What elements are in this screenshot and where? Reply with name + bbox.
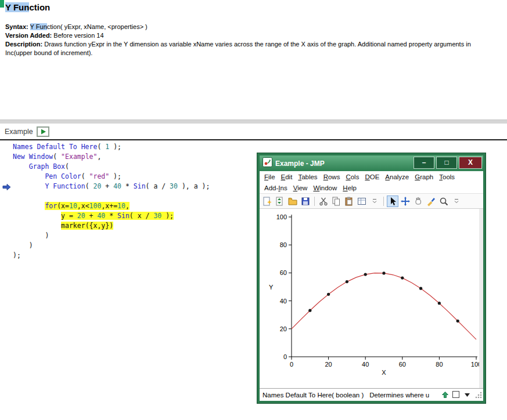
version-line: Version Added: Before version 14: [5, 31, 471, 40]
example-divider: [0, 139, 507, 140]
code-line: );: [0, 251, 256, 260]
corner-marker: [0, 0, 4, 8]
code-editor[interactable]: Names Default To Here( 1 );New Window( "…: [0, 142, 256, 260]
hand-tool-icon[interactable]: [412, 195, 424, 207]
collapse-icon[interactable]: [440, 390, 450, 400]
menu-help[interactable]: Help: [340, 184, 359, 191]
svg-text:0: 0: [283, 353, 287, 360]
run-script-button[interactable]: [37, 126, 49, 137]
checkbox-icon[interactable]: [451, 390, 461, 400]
syntax-line: Syntax: Y Function( yExpr, xName, <prope…: [5, 23, 471, 31]
svg-text:80: 80: [436, 361, 443, 368]
code-line: Names Default To Here( 1 );: [0, 142, 256, 152]
menu-tables[interactable]: Tables: [295, 173, 320, 180]
svg-text:Y: Y: [269, 284, 274, 291]
status-bar: Names Default To Here( boolean ) Determi…: [260, 388, 483, 401]
menu-edit[interactable]: Edit: [278, 173, 296, 180]
svg-text:20: 20: [280, 325, 287, 332]
graph-canvas[interactable]: 020406080100020406080100YX: [260, 209, 483, 388]
table-icon[interactable]: [356, 195, 368, 207]
resize-grip-icon: [473, 390, 483, 400]
code-line: for(x=10,x<100,x+=10,: [0, 201, 256, 211]
menu-doe[interactable]: DOE: [362, 173, 382, 180]
menu-tools[interactable]: Tools: [436, 173, 458, 180]
code-line: Y Function( 20 + 40 * Sin( a / 30 ), a )…: [0, 182, 256, 191]
toolbar: [260, 193, 483, 209]
open-icon[interactable]: [287, 195, 299, 207]
page-title: Y Function: [5, 2, 50, 12]
overflow-icon[interactable]: [369, 195, 380, 207]
menubar-row-2: Add-InsViewWindowHelp: [260, 182, 483, 193]
save-icon[interactable]: [300, 195, 311, 207]
svg-text:40: 40: [362, 361, 369, 368]
svg-text:40: 40: [280, 298, 287, 305]
code-line: ): [0, 231, 256, 241]
description-line: Description: Draws function yExpr in the…: [5, 40, 471, 49]
minimize-button[interactable]: –: [413, 157, 434, 169]
svg-text:20: 20: [325, 361, 332, 368]
paste-icon[interactable]: [343, 195, 355, 207]
menu-graph[interactable]: Graph: [412, 173, 436, 180]
example-label: Example: [5, 128, 33, 136]
window-controls: – □ X: [413, 157, 482, 169]
doc-body: Syntax: Y Function( yExpr, xName, <prope…: [5, 23, 471, 57]
arrow-tool-icon[interactable]: [387, 195, 398, 207]
svg-text:100: 100: [276, 213, 287, 220]
code-line: [0, 191, 256, 201]
status-hint-description: Determines where u: [369, 392, 429, 399]
toolbar-separator: [314, 197, 315, 206]
cut-icon[interactable]: [318, 195, 329, 207]
menubar-row-1: FileEditTablesRowsColsDOEAnalyzeGraphToo…: [260, 171, 483, 182]
graph-panel: 020406080100020406080100YX: [260, 209, 483, 388]
window-title: Example - JMP: [275, 160, 411, 168]
code-line: Pen Color( "red" );: [0, 172, 256, 182]
section-divider: [0, 120, 507, 124]
status-hint-signature: Names Default To Here( boolean ): [263, 392, 364, 399]
crosshair-tool-icon[interactable]: [400, 195, 411, 207]
svg-text:X: X: [382, 369, 386, 376]
close-button[interactable]: X: [459, 157, 482, 169]
menu-file[interactable]: File: [261, 173, 278, 180]
code-line: Graph Box(: [0, 162, 256, 172]
overflow-icon[interactable]: [451, 195, 462, 207]
brush-tool-icon[interactable]: [425, 195, 437, 207]
search-highlight: Y Fun: [30, 23, 47, 30]
code-line: y = 20 + 40 * Sin( x / 30 );: [0, 211, 256, 221]
description-line-2: Inc(upper bound of increment).: [5, 49, 471, 57]
svg-text:80: 80: [280, 241, 287, 248]
code-line: ): [0, 241, 256, 251]
search-highlight: Y Fun: [5, 2, 29, 12]
menu-view[interactable]: View: [290, 184, 311, 191]
maximize-button[interactable]: □: [436, 157, 457, 169]
code-line: New Window( "Example",: [0, 152, 256, 162]
jsl-function-help-page: Y Function Syntax: Y Function( yExpr, xN…: [0, 0, 507, 420]
execution-marker-icon: [2, 183, 11, 190]
journal-icon[interactable]: [274, 195, 286, 207]
menu-rows[interactable]: Rows: [321, 173, 343, 180]
example-header: Example: [5, 125, 49, 138]
svg-text:60: 60: [280, 269, 287, 276]
svg-text:0: 0: [290, 361, 293, 368]
new-icon[interactable]: [261, 195, 273, 207]
status-text: Names Default To Here( boolean ) Determi…: [263, 392, 440, 399]
dropdown-arrow-icon[interactable]: [462, 390, 472, 400]
menu-add-ins[interactable]: Add-Ins: [261, 184, 290, 191]
code-line: marker({x,y}): [0, 221, 256, 231]
svg-text:60: 60: [399, 361, 406, 368]
menu-cols[interactable]: Cols: [343, 173, 362, 180]
menu-analyze[interactable]: Analyze: [382, 173, 412, 180]
copy-icon[interactable]: [330, 195, 342, 207]
jmp-example-window: Example - JMP – □ X FileEditTablesRowsCo…: [257, 153, 486, 403]
status-icons: [440, 390, 483, 400]
magnifier-tool-icon[interactable]: [438, 195, 450, 207]
window-titlebar[interactable]: Example - JMP – □ X: [260, 155, 483, 171]
menu-window[interactable]: Window: [310, 184, 340, 191]
scrollbar-track: [479, 209, 483, 388]
jmp-logo-icon: [263, 157, 272, 169]
toolbar-separator: [383, 197, 384, 206]
